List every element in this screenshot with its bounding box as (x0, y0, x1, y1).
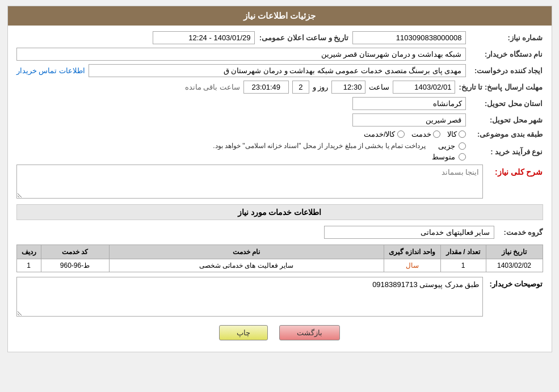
th-unit: واحد اندازه گیری (384, 245, 440, 259)
creator-link[interactable]: اطلاعات تماس خریدار (16, 66, 85, 75)
th-code: کد خدمت (41, 245, 109, 259)
purchase-options-group: جزیی متوسط (432, 142, 466, 161)
nam-dastgah-value: شبکه بهداشت و درمان شهرستان قصر شیرین (16, 48, 466, 61)
tavsiyeh-label: توصیحات خریدار: (486, 277, 543, 288)
purchase-desc: پرداخت تمام یا بخشی از مبلغ خریدار از مح… (213, 142, 426, 150)
table-header-row: تاریخ نیاز تعداد / مقدار واحد اندازه گیر… (16, 245, 543, 259)
page-header: جزئیات اطلاعات نیاز (8, 6, 552, 26)
shahr-value: قصر شیرین (352, 113, 466, 127)
date-main: 1403/02/01 (393, 81, 455, 94)
grohe-khedmat-value: سایر فعالیتهای خدماتی (324, 226, 494, 239)
radio-kala-input[interactable] (459, 130, 466, 138)
label-motovaset: متوسط (432, 153, 455, 161)
row-shahr: شهر محل تحویل: قصر شیرین (16, 113, 543, 127)
creator-label: ایجاد کننده درخواست: (469, 66, 543, 75)
nam-dastgah-label: نام دستگاه خریدار: (469, 50, 543, 58)
radio-khedmat-label: خدمت (411, 130, 431, 138)
print-button[interactable]: چاپ (219, 325, 268, 340)
services-section-title: اطلاعات خدمات مورد نیاز (16, 204, 543, 220)
radio-kala-khedmat: کالا/خدمت (364, 130, 405, 138)
ostan-label: استان محل تحویل: (469, 99, 543, 108)
label-jazyi: جزیی (438, 142, 455, 150)
page-title: جزئیات اطلاعات نیاز (243, 11, 316, 20)
row-ostan: استان محل تحویل: کرمانشاه (16, 97, 543, 110)
tabaqeh-label: طبقه بندی موضوعی: (469, 130, 543, 138)
shahr-label: شهر محل تحویل: (469, 116, 543, 124)
row-tabaqeh: طبقه بندی موضوعی: کالا خدمت کالا/خدمت (16, 130, 543, 138)
tavsiyeh-textarea[interactable] (16, 277, 483, 317)
tarikh-label: تاریخ و ساعت اعلان عمومی: (258, 33, 349, 42)
shomara-niaz-label: شماره نیاز: (469, 33, 543, 42)
buttons-row: بازگشت چاپ (16, 325, 543, 340)
th-name: نام خدمت (109, 245, 384, 259)
row-mohlat: مهلت ارسال پاسخ: تا تاریخ: 1403/02/01 سا… (16, 81, 543, 94)
cell-name: سایر فعالیت های خدماتی شخصی (109, 259, 384, 272)
shomara-niaz-value: 1103090838000008 (352, 31, 466, 44)
roz-text: روز و (313, 83, 329, 91)
option-motovaset: متوسط (432, 153, 466, 161)
row-grohe-khedmat: گروه خدمت: سایر فعالیتهای خدماتی (16, 226, 543, 239)
cell-code: ط-96-960 (41, 259, 109, 272)
tabaqeh-radio-group: کالا خدمت کالا/خدمت (364, 130, 466, 138)
th-count: تعداد / مقدار (440, 245, 486, 259)
row-shomara: شماره نیاز: 1103090838000008 تاریخ و ساع… (16, 31, 543, 44)
row-nam-dastgah: نام دستگاه خریدار: شبکه بهداشت و درمان ش… (16, 48, 543, 61)
th-date: تاریخ نیاز (486, 245, 543, 259)
row-creator: ایجاد کننده درخواست: مهدی پای برسنگ متصد… (16, 64, 543, 77)
radio-khedmat-input[interactable] (433, 130, 440, 138)
radio-kala: کالا (447, 130, 466, 138)
radio-kala-label: کالا (447, 130, 457, 138)
ostan-value: کرمانشاه (352, 97, 466, 110)
inner-content: شماره نیاز: 1103090838000008 تاریخ و ساع… (16, 31, 543, 340)
tarikh-value: 1403/01/29 - 12:24 (153, 31, 255, 44)
time-remaining: 23:01:49 (243, 81, 289, 94)
row-noue: نوع فرآیند خرید : جزیی متوسط پرداخت تمام… (16, 142, 543, 161)
noue-label: نوع فرآیند خرید : (469, 147, 543, 156)
cell-radif: 1 (16, 259, 41, 272)
page-wrapper: جزئیات اطلاعات نیاز AnaT ender.net شماره… (7, 6, 552, 352)
noue-options: جزیی متوسط پرداخت تمام یا بخشی از مبلغ خ… (213, 142, 465, 161)
cell-count: 1 (440, 259, 486, 272)
sharh-textarea[interactable] (16, 165, 483, 199)
creator-prefix: مهدی پای برسنگ متصدی خدمات عمومی شبکه به… (89, 64, 466, 77)
radio-kala-khedmat-label: کالا/خدمت (364, 130, 396, 138)
option-jazyi: جزیی (432, 142, 466, 150)
row-sharh: شرح کلی نیاز: (16, 165, 543, 199)
services-table: تاریخ نیاز تعداد / مقدار واحد اندازه گیر… (16, 245, 543, 272)
sharh-label: شرح کلی نیاز: (486, 165, 543, 176)
mohlat-label: مهلت ارسال پاسخ: تا تاریخ: (459, 83, 543, 91)
th-radif: ردیف (16, 245, 41, 259)
content-area: AnaT ender.net شماره نیاز: 1103090838000… (8, 26, 552, 352)
tavsiyeh-section: توصیحات خریدار: (16, 277, 543, 317)
time-value: 12:30 (331, 81, 365, 94)
remaining-label: ساعت باقی مانده (185, 83, 240, 91)
radio-kala-khedmat-input[interactable] (397, 130, 405, 138)
radio-khedmat: خدمت (411, 130, 440, 138)
grohe-khedmat-label: گروه خدمت: (498, 228, 543, 237)
days-value: 2 (292, 81, 309, 94)
saat-text: ساعت (369, 83, 389, 91)
table-row: 1403/02/02 1 سال سایر فعالیت های خدماتی … (16, 259, 543, 272)
cell-date: 1403/02/02 (486, 259, 543, 272)
radio-motovaset[interactable] (459, 153, 466, 161)
radio-jazyi[interactable] (459, 142, 466, 150)
cell-unit: سال (384, 259, 440, 272)
back-button[interactable]: بازگشت (279, 325, 340, 340)
